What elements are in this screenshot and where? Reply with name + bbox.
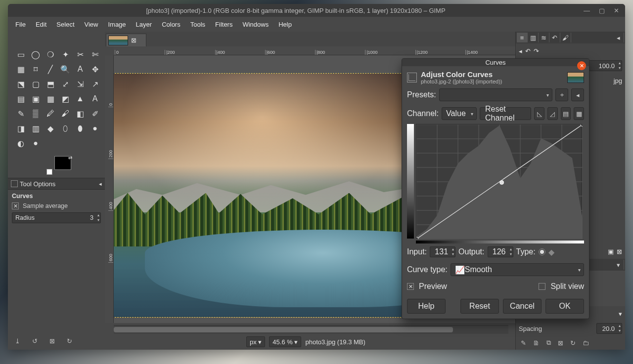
split-view-checkbox[interactable]: ✕ xyxy=(539,283,545,290)
brush-open-icon[interactable]: 🗀 xyxy=(583,339,589,347)
log-histogram-icon[interactable]: ◿ xyxy=(547,107,558,120)
brush-delete-icon[interactable]: ⊠ xyxy=(558,339,563,347)
maximize-icon[interactable]: ▢ xyxy=(599,7,605,14)
dock-tab-undo-icon[interactable]: ↶ xyxy=(549,33,560,42)
tool-paint-icon[interactable]: ✎ xyxy=(15,108,27,120)
menu-help[interactable]: Help xyxy=(274,19,296,30)
tool-cage-icon[interactable]: ▤ xyxy=(15,93,27,105)
tool-measure-icon[interactable]: ╱ xyxy=(45,63,56,75)
tool-dodge-icon[interactable]: ⬯ xyxy=(59,122,71,134)
sample-average-checkbox[interactable]: ✕ xyxy=(12,202,19,209)
tool-pencil-icon[interactable]: ▲ xyxy=(74,93,86,105)
curves-close-icon[interactable]: ✕ xyxy=(577,61,586,70)
preset-add-icon[interactable]: ＋ xyxy=(555,88,568,101)
tool-fuzzy-select-icon[interactable]: ✦ xyxy=(59,48,71,60)
menu-edit[interactable]: Edit xyxy=(31,19,51,30)
scale-linear-icon[interactable]: ▤ xyxy=(561,107,571,120)
spacing-spinner[interactable]: 20.0 xyxy=(596,323,622,334)
tool-scale-icon[interactable]: ⬒ xyxy=(45,78,56,90)
tool-rotate-icon[interactable]: ▢ xyxy=(30,78,42,90)
presets-select[interactable] xyxy=(439,88,552,101)
image-tab[interactable]: ⊠ xyxy=(106,34,146,46)
reset-tool-preset-icon[interactable]: ↻ xyxy=(67,337,72,345)
tool-align-icon[interactable]: ⬔ xyxy=(15,78,27,90)
tool-brush-icon[interactable]: 🖉 xyxy=(45,108,56,120)
menu-image[interactable]: Image xyxy=(103,19,130,30)
bg-color-swatch[interactable] xyxy=(46,169,52,175)
brush-panel-menu-icon[interactable]: ▾ xyxy=(619,310,622,318)
image-tab-close-icon[interactable]: ⊠ xyxy=(131,37,136,44)
brush-refresh-icon[interactable]: ↻ xyxy=(570,339,576,347)
reset-channel-button[interactable]: Reset Channel xyxy=(480,107,531,120)
tool-mypaint-icon[interactable]: ◐ xyxy=(15,137,27,149)
layer-new-icon[interactable]: ▣ xyxy=(608,248,614,255)
menu-select[interactable]: Select xyxy=(52,19,79,30)
tool-heal-icon[interactable]: ◨ xyxy=(15,122,27,134)
menu-colors[interactable]: Colors xyxy=(157,19,185,30)
dock-tab-channels-icon[interactable]: ▥ xyxy=(528,33,539,42)
tool-color-picker-icon[interactable]: ⬮ xyxy=(74,122,86,134)
tool-smudge-icon[interactable]: ▥ xyxy=(30,122,42,134)
dock-back-icon[interactable]: ◂ xyxy=(519,47,522,55)
tool-text-icon[interactable]: A xyxy=(89,93,101,105)
tool-bucket-icon[interactable]: ▦ xyxy=(45,93,56,105)
ok-button[interactable]: OK xyxy=(545,299,584,314)
tool-foreground-icon[interactable]: ✄ xyxy=(89,48,101,60)
tool-ellipse-select-icon[interactable]: ◯ xyxy=(30,48,42,60)
close-window-icon[interactable]: ✕ xyxy=(614,7,619,14)
menu-layer[interactable]: Layer xyxy=(132,19,157,30)
tool-flip-icon[interactable]: ↗ xyxy=(89,78,101,90)
save-tool-preset-icon[interactable]: ⤓ xyxy=(15,337,20,345)
tool-path-icon[interactable]: ● xyxy=(89,122,101,134)
color-swatches[interactable]: ⇄ xyxy=(46,156,71,175)
zoom-selector[interactable]: 45.6 % ▾ xyxy=(269,336,301,347)
tool-airbrush-icon[interactable]: 🖌 xyxy=(59,108,71,120)
dock-tab-layers-icon[interactable]: ≡ xyxy=(517,33,528,42)
radius-spinner[interactable]: Radius 3 xyxy=(12,212,101,223)
reset-button[interactable]: Reset xyxy=(460,299,499,314)
channel-select[interactable]: Value xyxy=(442,107,477,120)
unit-selector[interactable]: px ▾ xyxy=(246,336,265,347)
minimize-icon[interactable]: — xyxy=(584,7,590,14)
dock-redo-icon[interactable]: ↷ xyxy=(534,47,539,55)
brush-duplicate-icon[interactable]: ⧉ xyxy=(546,339,551,347)
menu-filters[interactable]: Filters xyxy=(211,19,237,30)
dock-menu-icon[interactable]: ◂ xyxy=(613,33,624,42)
ruler-horizontal[interactable]: 0|200|400|600|800|1000|1200|1400 xyxy=(114,46,515,55)
preview-checkbox[interactable]: ✕ xyxy=(407,283,414,290)
output-spinner[interactable]: 126 xyxy=(488,246,513,257)
tool-scissors-icon[interactable]: ✂ xyxy=(74,48,86,60)
tool-gradient-icon[interactable]: ◩ xyxy=(59,93,71,105)
menu-tools[interactable]: Tools xyxy=(186,19,210,30)
dock-tab-brush-icon[interactable]: 🖌 xyxy=(560,33,571,42)
tool-clone-icon[interactable]: ✐ xyxy=(89,108,101,120)
dock-undo-icon[interactable]: ↶ xyxy=(525,47,531,55)
tool-pattern-icon[interactable]: ▒ xyxy=(30,108,42,120)
panel-menu-icon[interactable]: ◂ xyxy=(99,181,102,187)
tool-ink-icon[interactable]: ◧ xyxy=(74,108,86,120)
tool-free-select-icon[interactable]: ❍ xyxy=(45,48,56,60)
swap-colors-icon[interactable]: ⇄ xyxy=(68,155,72,161)
help-button[interactable]: Help xyxy=(407,299,446,314)
brush-dock-menu-icon[interactable]: ▾ xyxy=(613,260,624,270)
tool-crop-icon[interactable]: ▦ xyxy=(15,63,27,75)
brush-edit-icon[interactable]: ✎ xyxy=(521,339,526,347)
restore-tool-preset-icon[interactable]: ↺ xyxy=(32,337,38,345)
tool-rect-select-icon[interactable]: ▭ xyxy=(15,48,27,60)
menu-windows[interactable]: Windows xyxy=(238,19,273,30)
brush-new-icon[interactable]: 🗎 xyxy=(533,339,540,347)
horizontal-scrollbar[interactable] xyxy=(114,325,508,334)
tool-perspective-icon[interactable]: ⇲ xyxy=(74,78,86,90)
preset-menu-icon[interactable]: ◂ xyxy=(571,88,584,101)
curve-type-select[interactable]: 📈 Smooth xyxy=(451,263,584,276)
tool-move-icon[interactable]: ✥ xyxy=(89,63,101,75)
tool-blur-icon[interactable]: ◆ xyxy=(45,122,56,134)
delete-tool-preset-icon[interactable]: ⊠ xyxy=(49,337,55,345)
menu-view[interactable]: View xyxy=(80,19,103,30)
tool-shear-icon[interactable]: ⤢ xyxy=(59,78,71,90)
input-spinner[interactable]: 131 xyxy=(430,246,455,257)
cancel-button[interactable]: Cancel xyxy=(503,299,542,314)
linear-histogram-icon[interactable]: ◺ xyxy=(534,107,544,120)
tool-zoom-icon[interactable]: 🔍 xyxy=(59,63,71,75)
tool-unified-transform-icon[interactable]: ⌑ xyxy=(30,63,42,75)
